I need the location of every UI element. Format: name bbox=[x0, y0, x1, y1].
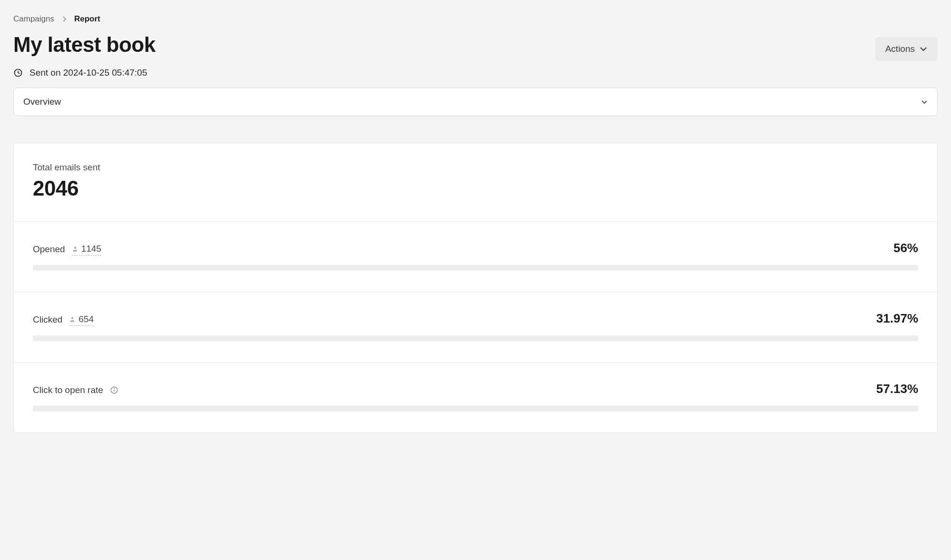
breadcrumb: Campaigns Report bbox=[13, 14, 938, 24]
opened-block: Opened 1145 56% bbox=[14, 222, 937, 292]
section-select-label: Overview bbox=[23, 97, 61, 107]
ctor-bar bbox=[33, 406, 918, 412]
ctor-label: Click to open rate bbox=[33, 385, 103, 395]
clicked-block: Clicked 654 31.97% bbox=[14, 292, 937, 363]
total-block: Total emails sent 2046 bbox=[14, 143, 937, 222]
person-icon bbox=[72, 246, 78, 252]
section-select[interactable]: Overview bbox=[13, 88, 938, 116]
opened-count-value: 1145 bbox=[81, 244, 101, 254]
page-header: My latest book Actions bbox=[13, 33, 938, 61]
ctor-block: Click to open rate 57.13% bbox=[14, 363, 937, 432]
sent-on-text: Sent on 2024-10-25 05:47:05 bbox=[29, 68, 147, 78]
clock-icon bbox=[13, 68, 23, 78]
actions-button-label: Actions bbox=[885, 44, 915, 54]
opened-label: Opened bbox=[33, 244, 65, 255]
clicked-count[interactable]: 654 bbox=[69, 314, 94, 326]
opened-bar bbox=[33, 265, 918, 271]
opened-count[interactable]: 1145 bbox=[72, 244, 101, 255]
chevron-down-icon bbox=[920, 47, 927, 51]
clicked-label: Clicked bbox=[33, 314, 62, 325]
info-icon[interactable] bbox=[110, 386, 118, 394]
breadcrumb-current: Report bbox=[74, 14, 100, 24]
svg-point-1 bbox=[74, 246, 76, 249]
page-title: My latest book bbox=[13, 33, 156, 56]
svg-point-5 bbox=[114, 389, 114, 389]
report-card: Total emails sent 2046 Opened 1145 56% bbox=[13, 143, 938, 433]
actions-button[interactable]: Actions bbox=[875, 37, 938, 61]
total-emails-label: Total emails sent bbox=[33, 162, 918, 173]
clicked-count-value: 654 bbox=[78, 314, 94, 324]
clicked-percent: 31.97% bbox=[876, 311, 918, 326]
breadcrumb-link-campaigns[interactable]: Campaigns bbox=[13, 14, 54, 24]
opened-percent: 56% bbox=[893, 241, 918, 255]
svg-point-2 bbox=[71, 317, 74, 319]
total-emails-value: 2046 bbox=[33, 177, 918, 200]
chevron-right-icon bbox=[62, 16, 67, 22]
person-icon bbox=[69, 316, 76, 323]
chevron-down-icon bbox=[921, 100, 928, 104]
ctor-percent: 57.13% bbox=[876, 382, 918, 396]
clicked-bar bbox=[33, 335, 918, 341]
sent-on-row: Sent on 2024-10-25 05:47:05 bbox=[13, 68, 938, 78]
